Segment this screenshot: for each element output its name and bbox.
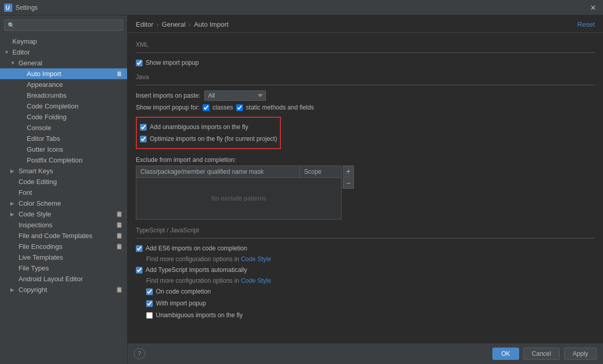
search-box[interactable]: 🔍 [4,20,123,31]
code-style-link-2[interactable]: Code Style [241,277,271,284]
optimize-imports-row: Optimize imports on the fly (for current… [140,134,277,143]
expand-icon: ▶ [10,168,16,174]
java-divider [136,85,595,85]
add-exclude-button[interactable]: + [343,166,354,177]
settings-icon: 📋 [116,211,123,217]
add-ts-imports-checkbox[interactable] [136,267,143,274]
sidebar-item-auto-import[interactable]: Auto Import 📋 [0,68,127,79]
sidebar-item-editor-tabs[interactable]: Editor Tabs [0,133,127,144]
sidebar-item-general[interactable]: ▼ General [0,58,127,68]
sidebar-item-label: Appearance [27,81,63,88]
breadcrumb: Editor › General › Auto Import [136,21,228,28]
highlight-box: Add unambiguous imports on the fly Optim… [136,117,281,149]
sidebar-item-live-templates[interactable]: Live Templates [0,252,127,263]
col-name-mask: Class/package/member qualified name mask [136,166,300,177]
find-more-2: Find more configuration options in Code … [146,277,595,284]
on-code-completion-label: On code completion [156,288,211,295]
exclude-section: Exclude from import and completion: Clas… [136,156,595,220]
sidebar-item-label: General [19,59,42,67]
ts-divider [136,238,595,239]
sidebar-item-code-completion[interactable]: Code Completion [0,101,127,112]
sidebar-item-label: Android Layout Editor [19,275,83,283]
sidebar-item-code-style[interactable]: ▶ Code Style 📋 [0,209,127,220]
search-input[interactable] [17,22,119,29]
java-section: Java Insert imports on paste: All Ask No… [136,74,595,220]
svg-text:U: U [6,5,10,11]
optimize-imports-checkbox[interactable] [140,136,147,142]
sidebar-item-label: Smart Keys [19,167,53,175]
sidebar-item-file-code-templates[interactable]: File and Code Templates 📋 [0,230,127,241]
xml-show-popup-row: Show import popup [136,58,595,67]
sidebar-item-code-editing[interactable]: Code Editing [0,176,127,187]
show-classes-label: classes [212,104,233,111]
sidebar-item-inspections[interactable]: Inspections 📋 [0,220,127,230]
breadcrumb-sep-2: › [189,21,191,28]
xml-divider [136,52,595,53]
sidebar-item-file-types[interactable]: File Types [0,263,127,274]
help-button[interactable]: ? [134,348,145,359]
app-icon: U [4,4,12,12]
col-scope: Scope [300,166,341,177]
sidebar-item-label: Console [27,124,51,132]
add-unambiguous-checkbox[interactable] [140,124,147,131]
show-static-label: static methods and fields [246,104,314,111]
sidebar-item-editor[interactable]: ▼ Editor [0,47,127,58]
sidebar-item-console[interactable]: Console [0,122,127,133]
sidebar-item-android-layout-editor[interactable]: Android Layout Editor [0,274,127,284]
sidebar-item-color-scheme[interactable]: ▶ Color Scheme [0,198,127,209]
exclude-table: Class/package/member qualified name mask… [136,166,342,220]
with-import-popup-label: With import popup [156,300,206,307]
add-es6-row: Add ES6 imports on code completion [136,244,595,253]
exclude-table-body: No exclude patterns [136,178,341,219]
sidebar-item-keymap[interactable]: Keymap [0,36,127,47]
show-static-checkbox[interactable] [236,104,243,111]
breadcrumb-general: General [162,21,185,28]
optimize-imports-label: Optimize imports on the fly (for current… [150,135,277,142]
sidebar-item-file-encodings[interactable]: File Encodings 📋 [0,241,127,252]
xml-show-popup-checkbox[interactable] [136,60,143,66]
settings-icon: 📋 [116,222,123,228]
unambiguous-imports-checkbox[interactable] [146,312,153,319]
expand-icon: ▼ [10,60,16,66]
sidebar-item-smart-keys[interactable]: ▶ Smart Keys [0,166,127,176]
apply-button[interactable]: Apply [564,348,597,360]
on-code-completion-checkbox[interactable] [146,288,153,295]
footer: ? OK Cancel Apply [128,343,603,364]
sidebar-item-font[interactable]: Font [0,187,127,198]
ts-section: TypeScript / JavaScript Add ES6 imports … [136,227,595,320]
sidebar-item-label: Keymap [12,38,37,45]
insert-imports-label: Insert imports on paste: [136,92,200,99]
find-more-1: Find more configuration options in Code … [146,256,595,263]
panel-content: XML Show import popup Java Insert import… [128,33,603,343]
reset-button[interactable]: Reset [577,21,595,28]
show-import-popup-label: Show import popup for: [136,104,200,111]
sidebar-item-label: Live Templates [19,253,63,261]
sidebar-item-label: File and Code Templates [19,232,93,240]
settings-icon: 📋 [116,70,123,77]
window-title: Settings [15,4,588,11]
with-import-popup-checkbox[interactable] [146,300,153,307]
sidebar-tree: Keymap ▼ Editor ▼ General Auto Import 📋 … [0,35,127,364]
sidebar-item-label: Font [19,189,32,196]
sidebar-item-gutter-icons[interactable]: Gutter Icons [0,144,127,155]
close-button[interactable]: ✕ [588,2,599,13]
sidebar-item-appearance[interactable]: Appearance [0,79,127,90]
add-es6-checkbox[interactable] [136,245,143,252]
sidebar-item-copyright[interactable]: ▶ Copyright 📋 [0,284,127,295]
ok-button[interactable]: OK [492,348,519,360]
sidebar-item-label: Code Completion [27,102,78,110]
insert-imports-select[interactable]: All Ask None [204,90,266,101]
sidebar-item-breadcrumbs[interactable]: Breadcrumbs [0,90,127,101]
cancel-button[interactable]: Cancel [523,348,560,360]
show-classes-checkbox[interactable] [203,104,209,111]
sidebar-item-label: Color Scheme [19,199,61,207]
add-ts-imports-row: Add TypeScript imports automatically [136,265,595,275]
remove-exclude-button[interactable]: − [343,177,354,189]
title-bar: U Settings ✕ [0,0,603,15]
sidebar-item-postfix-completion[interactable]: Postfix Completion [0,155,127,166]
main-content: 🔍 Keymap ▼ Editor ▼ General Auto Import … [0,15,603,364]
sidebar-item-label: Auto Import [27,70,61,78]
sidebar: 🔍 Keymap ▼ Editor ▼ General Auto Import … [0,15,128,364]
sidebar-item-code-folding[interactable]: Code Folding [0,112,127,122]
code-style-link-1[interactable]: Code Style [241,256,271,263]
